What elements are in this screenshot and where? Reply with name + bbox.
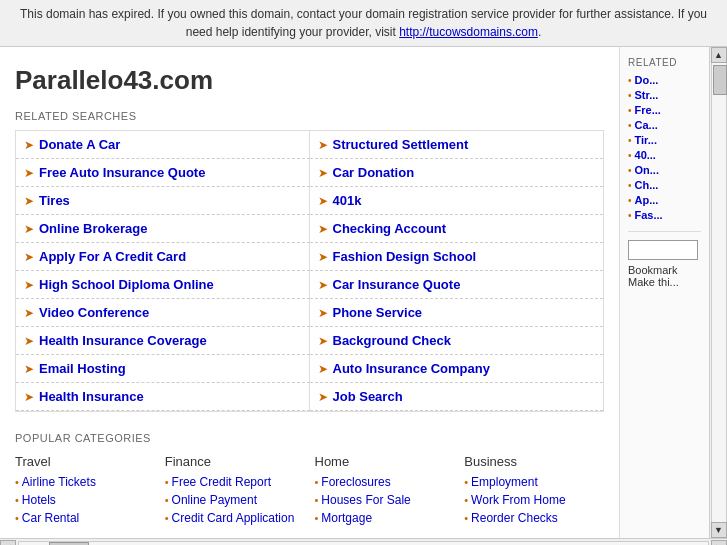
search-item-left[interactable]: ➤Email Hosting: [16, 355, 310, 383]
category-column: HomeForeclosuresHouses For SaleMortgage: [315, 454, 455, 528]
list-item[interactable]: Free Credit Report: [165, 474, 305, 489]
search-item-right[interactable]: ➤Checking Account: [310, 215, 604, 243]
search-item-left[interactable]: ➤Apply For A Credit Card: [16, 243, 310, 271]
search-link[interactable]: Online Brokerage: [39, 221, 147, 236]
list-item[interactable]: Houses For Sale: [315, 492, 455, 507]
search-link[interactable]: Structured Settlement: [333, 137, 469, 152]
sidebar-link[interactable]: Str...: [635, 89, 659, 101]
sidebar-link-item[interactable]: •Ch...: [628, 179, 701, 191]
search-link[interactable]: Job Search: [333, 389, 403, 404]
scroll-right-button[interactable]: ►: [711, 540, 727, 546]
sidebar-link[interactable]: On...: [635, 164, 659, 176]
sidebar-link-item[interactable]: •Fre...: [628, 104, 701, 116]
search-item-left[interactable]: ➤Online Brokerage: [16, 215, 310, 243]
scroll-up-button[interactable]: ▲: [711, 47, 727, 63]
search-link[interactable]: Email Hosting: [39, 361, 126, 376]
category-link[interactable]: Airline Tickets: [22, 475, 96, 489]
search-arrow-icon: ➤: [318, 306, 328, 320]
category-link[interactable]: Houses For Sale: [321, 493, 410, 507]
search-item-right[interactable]: ➤Phone Service: [310, 299, 604, 327]
search-link[interactable]: Car Insurance Quote: [333, 277, 461, 292]
search-item-left[interactable]: ➤Health Insurance: [16, 383, 310, 411]
category-link[interactable]: Hotels: [22, 493, 56, 507]
sidebar-link[interactable]: Ch...: [635, 179, 659, 191]
list-item[interactable]: Hotels: [15, 492, 155, 507]
search-item-right[interactable]: ➤Car Insurance Quote: [310, 271, 604, 299]
vertical-scrollbar[interactable]: ▲ ▼: [709, 47, 727, 538]
sidebar-link[interactable]: Do...: [635, 74, 659, 86]
sidebar-link-item[interactable]: •Str...: [628, 89, 701, 101]
list-item[interactable]: Foreclosures: [315, 474, 455, 489]
search-item-right[interactable]: ➤Car Donation: [310, 159, 604, 187]
sidebar-link-item[interactable]: •40...: [628, 149, 701, 161]
search-link[interactable]: Background Check: [333, 333, 451, 348]
list-item[interactable]: Work From Home: [464, 492, 604, 507]
sidebar-link[interactable]: Tir...: [635, 134, 657, 146]
category-link[interactable]: Foreclosures: [321, 475, 390, 489]
search-item-left[interactable]: ➤Video Conference: [16, 299, 310, 327]
scroll-left-button[interactable]: ◄: [0, 540, 16, 546]
sidebar-search-input[interactable]: [628, 240, 698, 260]
search-item-right[interactable]: ➤Auto Insurance Company: [310, 355, 604, 383]
sidebar-link-item[interactable]: •Ca...: [628, 119, 701, 131]
search-item-left[interactable]: ➤Health Insurance Coverage: [16, 327, 310, 355]
search-link[interactable]: Phone Service: [333, 305, 423, 320]
search-link[interactable]: Car Donation: [333, 165, 415, 180]
sidebar-link-item[interactable]: •On...: [628, 164, 701, 176]
category-link[interactable]: Mortgage: [321, 511, 372, 525]
search-link[interactable]: Fashion Design School: [333, 249, 477, 264]
sidebar-link-item[interactable]: •Ap...: [628, 194, 701, 206]
sidebar-link-item[interactable]: •Do...: [628, 74, 701, 86]
search-item-left[interactable]: ➤High School Diploma Online: [16, 271, 310, 299]
search-link[interactable]: Auto Insurance Company: [333, 361, 490, 376]
search-item-left[interactable]: ➤Tires: [16, 187, 310, 215]
category-link[interactable]: Online Payment: [172, 493, 257, 507]
horizontal-scrollbar[interactable]: ◄ ►: [0, 538, 727, 545]
scroll-down-button[interactable]: ▼: [711, 522, 727, 538]
scroll-thumb[interactable]: [713, 65, 727, 95]
search-item-right[interactable]: ➤Fashion Design School: [310, 243, 604, 271]
search-item-right[interactable]: ➤Background Check: [310, 327, 604, 355]
list-item[interactable]: Car Rental: [15, 510, 155, 525]
category-link[interactable]: Free Credit Report: [172, 475, 271, 489]
sidebar-link-item[interactable]: •Fas...: [628, 209, 701, 221]
search-item-right[interactable]: ➤401k: [310, 187, 604, 215]
sidebar-link[interactable]: Ca...: [635, 119, 658, 131]
search-item-left[interactable]: ➤Donate A Car: [16, 131, 310, 159]
search-link[interactable]: Apply For A Credit Card: [39, 249, 186, 264]
search-link[interactable]: Donate A Car: [39, 137, 120, 152]
search-arrow-icon: ➤: [24, 362, 34, 376]
list-item[interactable]: Online Payment: [165, 492, 305, 507]
sidebar-link[interactable]: 40...: [635, 149, 656, 161]
search-link[interactable]: Tires: [39, 193, 70, 208]
sidebar-link[interactable]: Fas...: [635, 209, 663, 221]
search-item-right[interactable]: ➤Job Search: [310, 383, 604, 411]
category-link[interactable]: Credit Card Application: [172, 511, 295, 525]
list-item[interactable]: Reorder Checks: [464, 510, 604, 525]
category-link[interactable]: Work From Home: [471, 493, 565, 507]
list-item[interactable]: Airline Tickets: [15, 474, 155, 489]
category-link[interactable]: Car Rental: [22, 511, 79, 525]
sidebar-link[interactable]: Ap...: [635, 194, 659, 206]
category-link[interactable]: Reorder Checks: [471, 511, 558, 525]
search-item-right[interactable]: ➤Structured Settlement: [310, 131, 604, 159]
search-arrow-icon: ➤: [318, 222, 328, 236]
category-link[interactable]: Employment: [471, 475, 538, 489]
tucows-link[interactable]: http://tucowsdomains.com: [399, 25, 538, 39]
search-link[interactable]: Health Insurance: [39, 389, 144, 404]
hscroll-thumb[interactable]: [49, 542, 89, 546]
search-link[interactable]: Health Insurance Coverage: [39, 333, 207, 348]
search-link[interactable]: 401k: [333, 193, 362, 208]
search-link[interactable]: Video Conference: [39, 305, 149, 320]
search-link[interactable]: Free Auto Insurance Quote: [39, 165, 205, 180]
list-item[interactable]: Employment: [464, 474, 604, 489]
list-item[interactable]: Credit Card Application: [165, 510, 305, 525]
search-arrow-icon: ➤: [24, 334, 34, 348]
list-item[interactable]: Mortgage: [315, 510, 455, 525]
search-link[interactable]: Checking Account: [333, 221, 447, 236]
sidebar-link[interactable]: Fre...: [635, 104, 661, 116]
search-item-left[interactable]: ➤Free Auto Insurance Quote: [16, 159, 310, 187]
search-arrow-icon: ➤: [24, 194, 34, 208]
sidebar-link-item[interactable]: •Tir...: [628, 134, 701, 146]
search-link[interactable]: High School Diploma Online: [39, 277, 214, 292]
